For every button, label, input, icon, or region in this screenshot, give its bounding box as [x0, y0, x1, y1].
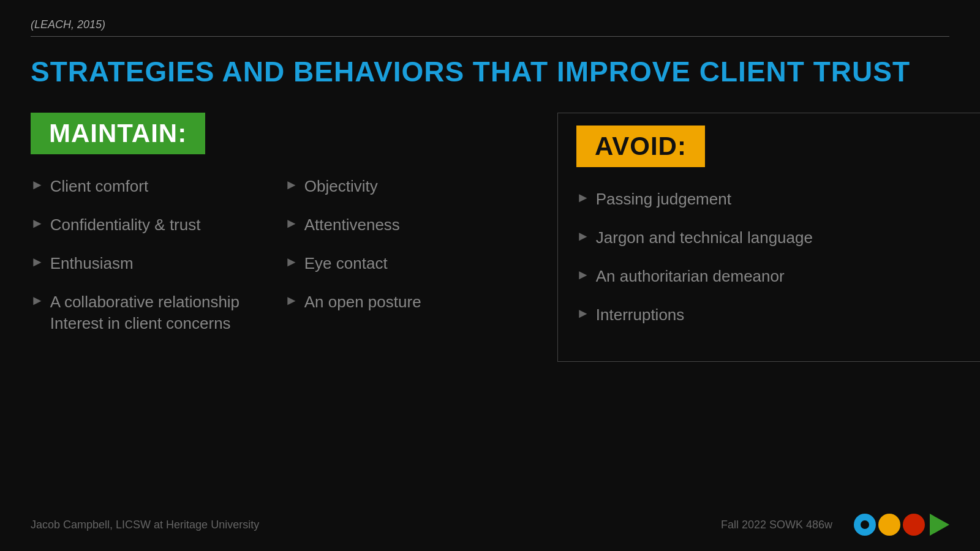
list-item: ► Jargon and technical language — [576, 227, 967, 249]
list-item: ► Enthusiasm — [31, 253, 285, 274]
item-text: Eye contact — [304, 253, 388, 274]
footer: Jacob Campbell, LICSW at Heritage Univer… — [31, 514, 949, 536]
maintain-section: MAINTAIN: ► Client comfort ► Confidentia… — [31, 113, 557, 351]
logo-dot-orange-icon — [878, 514, 900, 536]
item-text: Jargon and technical language — [596, 227, 813, 249]
bullet-icon: ► — [285, 293, 298, 309]
maintain-badge: MAINTAIN: — [31, 113, 205, 154]
item-text: A collaborative relationship Interest in… — [50, 291, 285, 334]
bullet-icon: ► — [31, 216, 44, 231]
footer-right: Fall 2022 SOWK 486w — [721, 514, 949, 536]
bullet-icon: ► — [285, 177, 298, 193]
bullet-icon: ► — [31, 254, 44, 270]
top-rule — [31, 36, 949, 37]
bullet-icon: ► — [576, 267, 590, 283]
bullet-icon: ► — [576, 305, 590, 321]
item-text: Passing judgement — [596, 189, 731, 210]
item-text: An authoritarian demeanor — [596, 266, 785, 287]
footer-course: Fall 2022 SOWK 486w — [721, 519, 832, 531]
maintain-col1: ► Client comfort ► Confidentiality & tru… — [31, 176, 285, 351]
avoid-badge: AVOID: — [576, 126, 705, 167]
list-item: ► A collaborative relationship Interest … — [31, 291, 285, 334]
citation: (LEACH, 2015) — [31, 18, 949, 31]
bullet-icon: ► — [576, 190, 590, 206]
avoid-section: AVOID: ► Passing judgement ► Jargon and … — [557, 113, 980, 362]
bullet-icon: ► — [576, 228, 590, 244]
list-item: ► An authoritarian demeanor — [576, 266, 967, 287]
logo-dot-red-icon — [903, 514, 925, 536]
item-text: Objectivity — [304, 176, 378, 197]
list-item: ► Attentiveness — [285, 214, 539, 236]
bullet-icon: ► — [285, 254, 298, 270]
list-item: ► Confidentiality & trust — [31, 214, 285, 236]
item-text: An open posture — [304, 291, 421, 313]
maintain-columns: ► Client comfort ► Confidentiality & tru… — [31, 176, 539, 351]
item-text: Attentiveness — [304, 214, 400, 236]
maintain-col2: ► Objectivity ► Attentiveness ► Eye cont… — [285, 176, 539, 351]
item-text: Client comfort — [50, 176, 148, 197]
bullet-icon: ► — [285, 216, 298, 231]
main-title: STRATEGIES AND BEHAVIORS THAT IMPROVE CL… — [31, 55, 949, 88]
item-text: Enthusiasm — [50, 253, 134, 274]
bullet-icon: ► — [31, 293, 44, 309]
bullet-icon: ► — [31, 177, 44, 193]
list-item: ► An open posture — [285, 291, 539, 313]
list-item: ► Objectivity — [285, 176, 539, 197]
item-text: Interruptions — [596, 304, 685, 326]
item-text: Confidentiality & trust — [50, 214, 201, 236]
footer-author: Jacob Campbell, LICSW at Heritage Univer… — [31, 519, 259, 531]
list-item: ► Eye contact — [285, 253, 539, 274]
list-item: ► Interruptions — [576, 304, 967, 326]
slide: (LEACH, 2015) STRATEGIES AND BEHAVIORS T… — [0, 0, 980, 551]
logo-dot-teal-icon — [854, 514, 876, 536]
list-item: ► Client comfort — [31, 176, 285, 197]
logo-dots — [854, 514, 949, 536]
content-area: MAINTAIN: ► Client comfort ► Confidentia… — [31, 113, 949, 362]
list-item: ► Passing judgement — [576, 189, 967, 210]
logo-arrow-icon — [930, 514, 949, 536]
